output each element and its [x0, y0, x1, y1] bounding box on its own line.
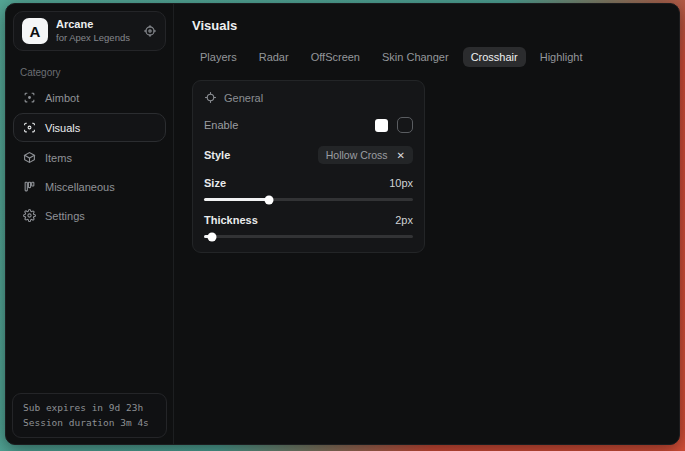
page-title: Visuals	[192, 18, 661, 33]
size-slider[interactable]	[204, 198, 413, 201]
items-box-icon	[23, 151, 36, 164]
crosshair-color-swatch[interactable]	[375, 119, 388, 132]
style-value: Hollow Cross	[326, 149, 388, 161]
general-panel: General Enable Style Hollow Cross ✕	[192, 80, 425, 253]
tab-players[interactable]: Players	[192, 47, 245, 67]
app-window: A Arcane for Apex Legends Category	[5, 3, 680, 445]
aimbot-crosshair-icon	[23, 91, 36, 104]
subscription-status-card: Sub expires in 9d 23h Session duration 3…	[12, 393, 167, 438]
size-slider-fill	[204, 198, 269, 201]
thickness-slider-thumb[interactable]	[208, 232, 217, 241]
thickness-slider[interactable]	[204, 235, 413, 238]
sidebar-item-miscellaneous[interactable]: Miscellaneous	[13, 173, 166, 200]
tab-radar[interactable]: Radar	[251, 47, 297, 67]
tab-offscreen[interactable]: OffScreen	[303, 47, 368, 67]
sidebar-item-settings[interactable]: Settings	[13, 202, 166, 229]
enable-row: Enable	[204, 117, 413, 133]
enable-label: Enable	[204, 119, 238, 131]
visuals-eye-icon	[23, 121, 36, 134]
settings-gear-icon	[23, 209, 36, 222]
sidebar: A Arcane for Apex Legends Category	[6, 4, 174, 444]
tab-crosshair[interactable]: Crosshair	[463, 47, 526, 67]
panel-header: General	[204, 91, 413, 104]
size-value: 10px	[389, 177, 413, 189]
panel-title: General	[224, 92, 263, 104]
brand-card: A Arcane for Apex Legends	[13, 11, 166, 51]
brand-name: Arcane	[56, 18, 135, 32]
misc-columns-icon	[23, 180, 36, 193]
style-label: Style	[204, 149, 230, 161]
size-label: Size	[204, 177, 226, 189]
sidebar-item-label: Aimbot	[45, 92, 79, 104]
thickness-row: Thickness 2px	[204, 214, 413, 226]
sidebar-item-label: Items	[45, 152, 72, 164]
crosshair-gear-icon	[204, 91, 217, 104]
size-slider-thumb[interactable]	[264, 195, 273, 204]
tab-highlight[interactable]: Highlight	[532, 47, 591, 67]
thickness-label: Thickness	[204, 214, 258, 226]
sidebar-item-label: Visuals	[45, 122, 80, 134]
sub-expires-text: Sub expires in 9d 23h	[23, 400, 156, 416]
style-select[interactable]: Hollow Cross ✕	[318, 146, 413, 164]
session-duration-text: Session duration 3m 4s	[23, 415, 156, 431]
brand-subtitle: for Apex Legends	[56, 32, 135, 44]
category-label: Category	[20, 67, 166, 78]
brand-text: Arcane for Apex Legends	[56, 18, 135, 44]
size-row: Size 10px	[204, 177, 413, 189]
enable-checkbox[interactable]	[397, 117, 413, 133]
clear-style-icon[interactable]: ✕	[397, 150, 405, 161]
sidebar-item-items[interactable]: Items	[13, 144, 166, 171]
style-row: Style Hollow Cross ✕	[204, 146, 413, 164]
crosshair-target-icon[interactable]	[143, 24, 157, 38]
tab-skin-changer[interactable]: Skin Changer	[374, 47, 457, 67]
sidebar-item-aimbot[interactable]: Aimbot	[13, 84, 166, 111]
thickness-value: 2px	[395, 214, 413, 226]
visuals-tabs: Players Radar OffScreen Skin Changer Cro…	[192, 47, 661, 67]
sidebar-item-visuals[interactable]: Visuals	[13, 113, 166, 142]
sidebar-item-label: Miscellaneous	[45, 181, 115, 193]
brand-logo: A	[22, 18, 48, 44]
sidebar-item-label: Settings	[45, 210, 85, 222]
main-content: Visuals Players Radar OffScreen Skin Cha…	[174, 4, 679, 444]
